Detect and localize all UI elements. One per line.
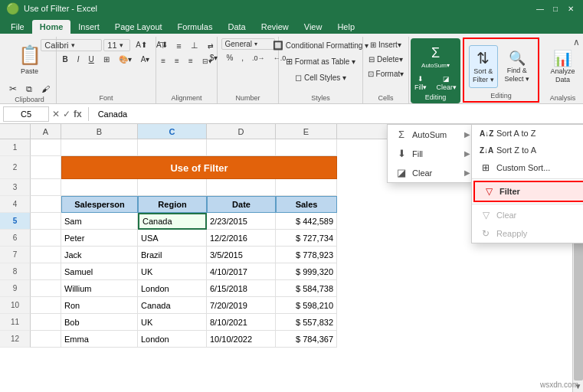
cell-c3[interactable] bbox=[138, 179, 207, 196]
cell-a8[interactable] bbox=[31, 263, 61, 280]
cell-c5[interactable]: Canada bbox=[138, 213, 207, 230]
cell-a10[interactable] bbox=[31, 297, 61, 314]
tab-help[interactable]: Help bbox=[329, 20, 362, 34]
col-header-c[interactable]: C bbox=[138, 124, 207, 139]
tab-insert[interactable]: Insert bbox=[70, 20, 107, 34]
row-num-6[interactable]: 6 bbox=[0, 230, 31, 247]
cell-c10[interactable]: Canada bbox=[138, 297, 207, 314]
clear-item[interactable]: ▽ Clear bbox=[472, 206, 583, 224]
cell-d3[interactable] bbox=[207, 179, 276, 196]
border-button[interactable]: ⊞ bbox=[100, 53, 113, 66]
custom-sort-item[interactable]: ⊞ Custom Sort... bbox=[472, 158, 583, 177]
currency-button[interactable]: $▾ bbox=[206, 51, 222, 64]
tab-page-layout[interactable]: Page Layout bbox=[107, 20, 170, 34]
cell-d8[interactable]: 4/10/2017 bbox=[207, 263, 276, 280]
increase-font-button[interactable]: A⬆ bbox=[132, 38, 151, 51]
cell-d6[interactable]: 12/2/2016 bbox=[207, 230, 276, 247]
format-as-table-button[interactable]: ⊞ Format as Table ▾ bbox=[282, 54, 359, 69]
delete-button[interactable]: ⊟ Delete▾ bbox=[365, 53, 407, 66]
align-right-button[interactable]: ≡ bbox=[185, 54, 197, 67]
row-num-1[interactable]: 1 bbox=[0, 139, 31, 156]
row-num-8[interactable]: 8 bbox=[0, 263, 31, 280]
row-num-7[interactable]: 7 bbox=[0, 247, 31, 263]
cell-a7[interactable] bbox=[31, 247, 61, 263]
cell-e10[interactable]: $ 598,210 bbox=[276, 297, 337, 314]
row-num-10[interactable]: 10 bbox=[0, 297, 31, 314]
autosum-dropdown-item[interactable]: Σ AutoSum ▶ bbox=[388, 125, 478, 144]
cell-c7[interactable]: Brazil bbox=[138, 247, 207, 263]
fill-button[interactable]: ⬇ Fill▾ bbox=[411, 73, 431, 93]
cut-button[interactable]: ✂ bbox=[5, 82, 21, 96]
cell-d1[interactable] bbox=[207, 139, 276, 156]
cell-a4[interactable] bbox=[31, 196, 61, 213]
col-header-d[interactable]: D bbox=[207, 124, 276, 139]
bold-button[interactable]: B bbox=[59, 53, 72, 66]
confirm-formula-icon[interactable]: ✓ bbox=[63, 109, 70, 119]
cell-c12[interactable]: London bbox=[138, 331, 207, 348]
tab-formulas[interactable]: Formulas bbox=[170, 20, 221, 34]
increase-decimal-button[interactable]: .0→ bbox=[248, 52, 269, 64]
cell-b9[interactable]: Willium bbox=[61, 280, 138, 297]
reapply-item[interactable]: ↻ Reapply bbox=[472, 224, 583, 243]
fill-color-button[interactable]: 🎨▾ bbox=[115, 53, 136, 66]
cell-c6[interactable]: USA bbox=[138, 230, 207, 247]
row-num-5[interactable]: 5 bbox=[0, 213, 31, 230]
cell-b5[interactable]: Sam bbox=[61, 213, 138, 230]
row-num-3[interactable]: 3 bbox=[0, 179, 31, 196]
row-num-9[interactable]: 9 bbox=[0, 280, 31, 297]
formula-input[interactable] bbox=[95, 106, 580, 122]
cell-b6[interactable]: Peter bbox=[61, 230, 138, 247]
col-header-b[interactable]: B bbox=[61, 124, 138, 139]
cell-d10[interactable]: 7/20/2019 bbox=[207, 297, 276, 314]
cell-e5[interactable]: $ 442,589 bbox=[276, 213, 337, 230]
cell-d11[interactable]: 8/10/2021 bbox=[207, 314, 276, 331]
filter-item[interactable]: ▽ Filter bbox=[473, 181, 583, 202]
italic-button[interactable]: I bbox=[74, 53, 84, 66]
minimize-button[interactable]: — bbox=[534, 3, 546, 14]
cell-a3[interactable] bbox=[31, 179, 61, 196]
font-color-button[interactable]: A▾ bbox=[137, 53, 154, 66]
row-num-2[interactable]: 2 bbox=[0, 156, 31, 179]
cell-d9[interactable]: 6/15/2018 bbox=[207, 280, 276, 297]
cell-a9[interactable] bbox=[31, 280, 61, 297]
underline-button[interactable]: U bbox=[85, 53, 98, 66]
comma-button[interactable]: , bbox=[237, 51, 247, 64]
cell-b2-merged[interactable]: Use of Filter bbox=[61, 156, 337, 179]
cell-b1[interactable] bbox=[61, 139, 138, 156]
cell-e11[interactable]: $ 557,832 bbox=[276, 314, 337, 331]
cell-b4[interactable]: Salesperson bbox=[61, 196, 138, 213]
sort-a-z-item[interactable]: A↓Z Sort A to Z bbox=[472, 125, 583, 142]
cell-b11[interactable]: Bob bbox=[61, 314, 138, 331]
cell-b12[interactable]: Emma bbox=[61, 331, 138, 348]
align-bottom-button[interactable]: ⊥ bbox=[187, 38, 202, 53]
cell-b10[interactable]: Ron bbox=[61, 297, 138, 314]
align-center-button[interactable]: ≡ bbox=[171, 54, 183, 67]
font-size-select[interactable]: 11 ▾ bbox=[103, 39, 130, 51]
cell-e6[interactable]: $ 727,734 bbox=[276, 230, 337, 247]
collapse-ribbon-button[interactable]: ∧ bbox=[573, 37, 580, 47]
cell-a2[interactable] bbox=[31, 156, 61, 179]
fill-dropdown-item[interactable]: ⬇ Fill ▶ bbox=[388, 144, 478, 163]
cell-styles-button[interactable]: ◻ Cell Styles ▾ bbox=[291, 70, 350, 85]
cell-e1[interactable] bbox=[276, 139, 337, 156]
sort-filter-button[interactable]: ⇅ Sort &Filter ▾ bbox=[469, 45, 498, 88]
tab-view[interactable]: View bbox=[296, 20, 330, 34]
insert-button[interactable]: ⊞ Insert▾ bbox=[366, 38, 405, 51]
cell-c8[interactable]: UK bbox=[138, 263, 207, 280]
cell-c11[interactable]: UK bbox=[138, 314, 207, 331]
cell-a11[interactable] bbox=[31, 314, 61, 331]
cell-e3[interactable] bbox=[276, 179, 337, 196]
cell-reference-input[interactable] bbox=[3, 106, 49, 122]
cell-e7[interactable]: $ 778,923 bbox=[276, 247, 337, 263]
copy-button[interactable]: ⧉ bbox=[22, 82, 36, 96]
row-num-12[interactable]: 12 bbox=[0, 331, 31, 348]
sort-z-a-item[interactable]: Z↓A Sort Z to A bbox=[472, 142, 583, 158]
align-middle-button[interactable]: ≡ bbox=[172, 38, 185, 53]
conditional-formatting-button[interactable]: 🔲 Conditional Formatting ▾ bbox=[269, 38, 372, 53]
maximize-button[interactable]: □ bbox=[549, 3, 562, 14]
row-num-11[interactable]: 11 bbox=[0, 314, 31, 331]
cell-e8[interactable]: $ 999,320 bbox=[276, 263, 337, 280]
row-num-4[interactable]: 4 bbox=[0, 196, 31, 213]
cell-b3[interactable] bbox=[61, 179, 138, 196]
cell-c1[interactable] bbox=[138, 139, 207, 156]
